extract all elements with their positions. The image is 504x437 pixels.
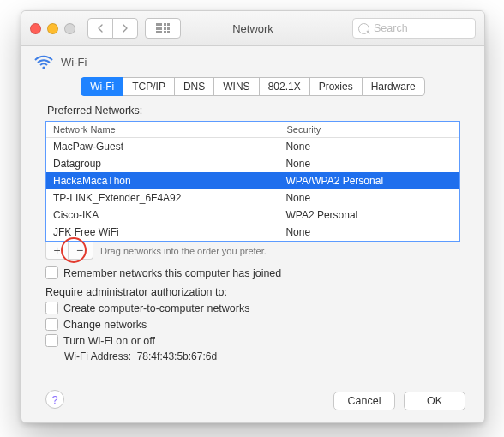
checkbox-icon [45,334,58,347]
checkbox-icon [45,302,58,314]
grid-icon [156,23,171,33]
cell-security: None [279,189,459,207]
search-icon [358,23,369,34]
add-remove-control: + − [45,242,93,260]
tab-wifi[interactable]: Wi-Fi [81,77,123,96]
cell-name: MacPaw-Guest [46,138,279,155]
table-row[interactable]: JFK Free WiFi None [46,224,459,241]
admin-c2c-checkbox[interactable]: Create computer-to-computer networks [45,302,460,314]
help-button[interactable]: ? [45,390,64,409]
cell-name: HackaMacaThon [46,172,279,189]
admin-change-label: Change networks [63,319,147,331]
show-all-button[interactable] [145,18,181,39]
admin-toggle-label: Turn Wi-Fi on or off [63,335,155,347]
tab-hardware[interactable]: Hardware [362,77,425,96]
wifi-address-value: 78:4f:43:5b:67:6d [137,350,217,362]
content-area: Preferred Networks: Network Name Securit… [21,105,484,362]
table-row[interactable]: Datagroup None [46,155,459,172]
table-row[interactable]: HackaMacaThon WPA/WPA2 Personal [46,172,459,189]
admin-change-checkbox[interactable]: Change networks [45,318,460,331]
wifi-address-row: Wi-Fi Address: 78:4f:43:5b:67:6d [64,350,460,362]
cell-security: None [279,138,459,155]
cell-security: WPA2 Personal [279,207,459,224]
tab-proxies[interactable]: Proxies [309,77,363,96]
cell-name: JFK Free WiFi [46,224,279,241]
admin-c2c-label: Create computer-to-computer networks [63,302,249,314]
titlebar: Network Search [21,11,484,46]
col-network-name[interactable]: Network Name [46,122,279,137]
tab-tcpip[interactable]: TCP/IP [123,77,175,96]
pane-title: Wi-Fi [61,56,87,69]
tab-bar: Wi-Fi TCP/IP DNS WINS 802.1X Proxies Har… [21,77,484,96]
admin-toggle-checkbox[interactable]: Turn Wi-Fi on or off [45,334,460,347]
cell-security: None [279,224,459,241]
chevron-left-icon [97,24,104,33]
pane-header: Wi-Fi [21,46,484,75]
preferred-networks-table[interactable]: Network Name Security MacPaw-Guest None … [45,121,460,242]
dialog-footer: Cancel OK [333,392,465,410]
nav-buttons [87,18,138,39]
add-network-button[interactable]: + [46,242,69,259]
cell-security: None [279,155,459,172]
preferred-networks-label: Preferred Networks: [47,105,459,117]
forward-button[interactable] [112,18,138,39]
remember-networks-label: Remember networks this computer has join… [63,267,281,279]
close-window-button[interactable] [30,23,41,34]
cancel-button[interactable]: Cancel [333,392,395,410]
cell-name: TP-LINK_Extender_6F4A92 [46,189,279,207]
checkbox-icon [45,318,58,331]
table-row[interactable]: TP-LINK_Extender_6F4A92 None [46,189,459,207]
cell-name: Datagroup [46,155,279,172]
col-security[interactable]: Security [279,122,459,137]
back-button[interactable] [87,18,113,39]
table-header: Network Name Security [46,122,459,138]
search-placeholder: Search [374,22,408,34]
drag-hint: Drag networks into the order you prefer. [100,246,267,256]
wifi-address-label: Wi-Fi Address: [64,350,131,362]
zoom-window-button[interactable] [64,23,75,34]
minimize-window-button[interactable] [47,23,58,34]
tab-dns[interactable]: DNS [174,77,214,96]
tab-wins[interactable]: WINS [213,77,259,96]
tab-8021x[interactable]: 802.1X [259,77,310,96]
add-remove-row: + − Drag networks into the order you pre… [45,242,460,260]
wifi-icon [33,53,54,70]
remove-network-button[interactable]: − [69,242,91,259]
search-field[interactable]: Search [352,18,476,39]
checkbox-icon [45,266,58,279]
table-row[interactable]: MacPaw-Guest None [46,138,459,155]
window-controls [30,23,75,34]
admin-auth-label: Require administrator authorization to: [45,286,460,298]
cell-name: Cisco-IKA [46,207,279,224]
chevron-right-icon [122,24,129,33]
svg-point-0 [42,66,45,69]
remember-networks-checkbox[interactable]: Remember networks this computer has join… [45,266,460,279]
cell-security: WPA/WPA2 Personal [279,172,459,189]
table-row[interactable]: Cisco-IKA WPA2 Personal [46,207,459,224]
ok-button[interactable]: OK [404,392,465,410]
preferences-window: Network Search Wi-Fi Wi-Fi TCP/IP DNS WI… [21,10,485,423]
